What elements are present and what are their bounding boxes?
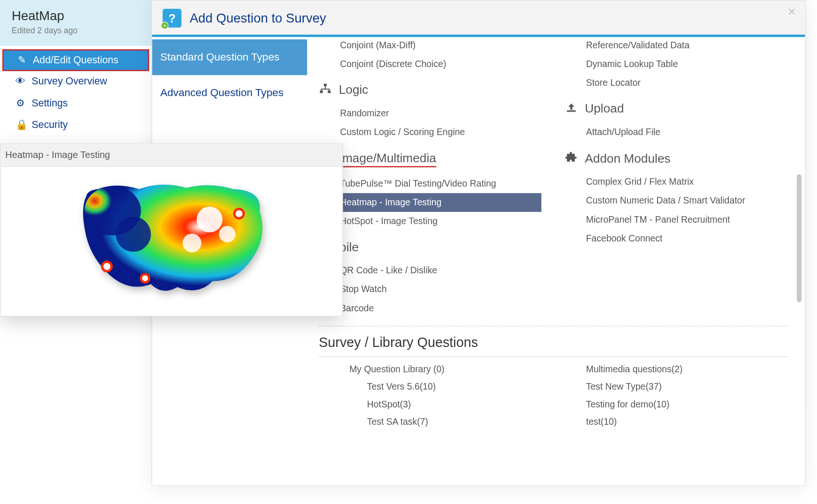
close-icon[interactable]: × <box>788 4 795 20</box>
svg-point-13 <box>219 226 235 242</box>
sidebar: HeatMap Edited 2 days ago ✎ Add/Edit Que… <box>0 0 151 135</box>
plus-badge-icon: + <box>161 22 168 29</box>
svg-point-20 <box>235 210 242 217</box>
puzzle-icon <box>565 151 578 165</box>
svg-point-18 <box>142 275 148 281</box>
sidebar-item-label: Add/Edit Questions <box>33 54 118 66</box>
option-custom-logic[interactable]: Custom Logic / Scoring Engine <box>319 123 542 142</box>
lib-testing-demo[interactable]: Testing for demo(10) <box>565 396 787 414</box>
question-icon: + <box>163 9 182 28</box>
svg-rect-9 <box>567 110 576 112</box>
lock-icon: 🔒 <box>15 119 26 131</box>
survey-name: HeatMap <box>12 8 140 24</box>
section-upload: Upload <box>565 102 787 116</box>
preview-body <box>0 167 342 316</box>
svg-rect-6 <box>329 89 330 91</box>
section-logic: Logic <box>319 83 542 97</box>
option-barcode[interactable]: Barcode <box>319 299 542 317</box>
library-right-column: Multimedia questions(2) Test New Type(37… <box>565 361 787 431</box>
svg-point-16 <box>103 263 110 270</box>
option-stop-watch[interactable]: Stop Watch <box>319 280 542 299</box>
last-edited: Edited 2 days ago <box>12 26 140 35</box>
gear-icon: ⚙ <box>15 97 26 109</box>
option-tubepulse[interactable]: TubePulse™ Dial Testing/Video Rating <box>319 174 542 193</box>
svg-rect-4 <box>321 89 330 90</box>
option-qr-code[interactable]: QR Code - Like / Dislike <box>319 261 542 280</box>
svg-point-14 <box>182 233 201 252</box>
scrollbar[interactable] <box>797 174 802 302</box>
sidebar-item-edit-questions[interactable]: ✎ Add/Edit Questions <box>2 49 149 71</box>
tab-advanced-types[interactable]: Advanced Question Types <box>152 75 307 111</box>
svg-point-11 <box>116 217 151 252</box>
library-left-column: My Question Library (0) Test Vers 5.6(10… <box>319 361 542 431</box>
sidebar-item-label: Settings <box>32 97 68 109</box>
lib-multimedia[interactable]: Multimedia questions(2) <box>565 361 787 378</box>
modal-header: + Add Question to Survey × <box>152 0 805 37</box>
preview-popup: Heatmap - Image Testing <box>0 143 343 316</box>
option-facebook-connect[interactable]: Facebook Connect <box>565 229 787 248</box>
option-heatmap-image-testing[interactable]: Heatmap - Image Testing <box>319 193 542 212</box>
divider <box>319 326 787 326</box>
left-column: Conjoint (Max-Diff) Conjoint (Discrete C… <box>319 43 542 317</box>
lib-test[interactable]: test(10) <box>565 413 787 431</box>
sidebar-item-label: Survey Overview <box>32 76 107 88</box>
lib-test-new-type[interactable]: Test New Type(37) <box>565 378 787 396</box>
svg-point-12 <box>197 207 222 233</box>
option-micropanel[interactable]: MicroPanel TM - Panel Recruitment <box>565 210 787 229</box>
option-randomizer[interactable]: Randomizer <box>319 104 542 123</box>
sitemap-icon <box>319 83 332 97</box>
option-reference-validated[interactable]: Reference/Validated Data <box>565 39 787 55</box>
upload-icon <box>565 102 578 116</box>
option-conjoint-discrete[interactable]: Conjoint (Discrete Choice) <box>319 54 542 73</box>
option-conjoint-maxdiff[interactable]: Conjoint (Max-Diff) <box>319 39 542 55</box>
right-column: Reference/Validated Data Dynamic Lookup … <box>565 43 787 317</box>
heatmap-preview-image <box>75 179 268 302</box>
svg-rect-5 <box>321 89 322 91</box>
option-attach-upload[interactable]: Attach/Upload File <box>565 123 787 142</box>
preview-title: Heatmap - Image Testing <box>0 144 342 167</box>
option-dynamic-lookup[interactable]: Dynamic Lookup Table <box>565 54 787 73</box>
option-hotspot-image-testing[interactable]: HotSpot - Image Testing <box>319 212 542 231</box>
tab-standard-types[interactable]: Standard Question Types <box>152 39 307 75</box>
section-library-title: Survey / Library Questions <box>319 335 787 357</box>
option-custom-numeric[interactable]: Custom Numeric Data / Smart Validator <box>565 191 787 210</box>
section-image-multimedia: Image/Multimedia <box>319 151 542 167</box>
svg-rect-0 <box>324 84 326 86</box>
page-edge <box>806 0 817 411</box>
lib-my-question-library[interactable]: My Question Library (0) <box>319 361 542 378</box>
sidebar-item-settings[interactable]: ⚙ Settings <box>0 92 151 114</box>
sidebar-nav: ✎ Add/Edit Questions 👁 Survey Overview ⚙… <box>0 46 151 136</box>
eye-icon: 👁 <box>15 76 26 88</box>
section-mobile: 📱 Mobile <box>308 240 541 254</box>
question-type-tabs: Standard Question Types Advanced Questio… <box>152 39 307 111</box>
lib-hotspot[interactable]: HotSpot(3) <box>319 396 542 414</box>
sidebar-item-label: Security <box>32 119 68 131</box>
sidebar-item-overview[interactable]: 👁 Survey Overview <box>0 71 151 92</box>
option-complex-grid[interactable]: Complex Grid / Flex Matrix <box>565 173 787 191</box>
lib-test-vers[interactable]: Test Vers 5.6(10) <box>319 378 542 396</box>
sidebar-header: HeatMap Edited 2 days ago <box>0 0 151 46</box>
section-addon-modules: Addon Modules <box>565 151 787 165</box>
sidebar-item-security[interactable]: 🔒 Security <box>0 114 151 135</box>
lib-test-sa-task[interactable]: Test SA task(7) <box>319 413 542 431</box>
svg-rect-3 <box>325 86 326 89</box>
question-types-list: Conjoint (Max-Diff) Conjoint (Discrete C… <box>307 39 805 486</box>
modal-title: Add Question to Survey <box>189 11 326 26</box>
edit-icon: ✎ <box>16 54 27 66</box>
option-store-locator[interactable]: Store Locator <box>565 74 787 92</box>
